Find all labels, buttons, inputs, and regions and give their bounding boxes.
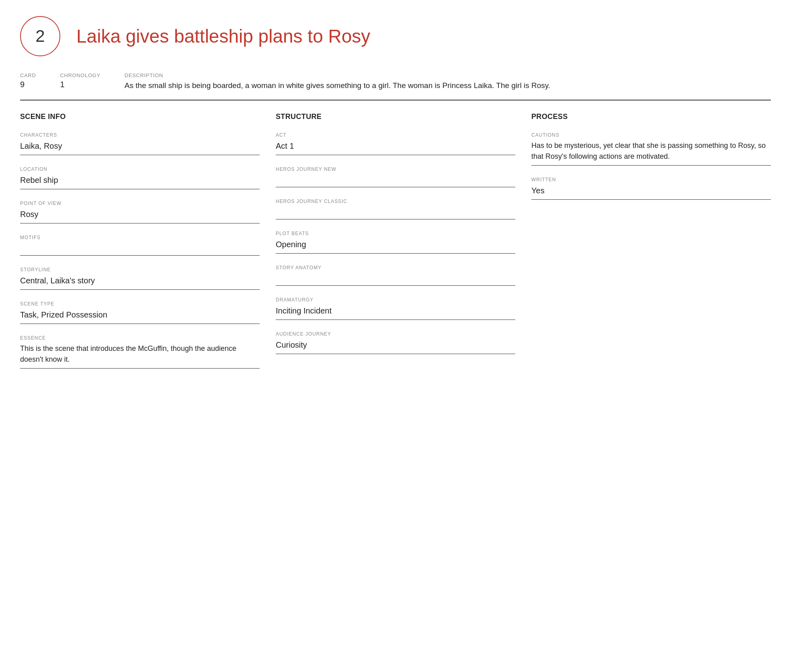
plot-beats-field: PLOT BEATS Opening bbox=[276, 231, 515, 254]
audience-journey-value: Curiosity bbox=[276, 339, 515, 354]
story-anatomy-value bbox=[276, 273, 515, 286]
written-field: WRITTEN Yes bbox=[531, 177, 771, 200]
dramaturgy-label: DRAMATURGY bbox=[276, 297, 515, 303]
dramaturgy-value: Inciting Incident bbox=[276, 305, 515, 320]
chronology-col: CHRONOLOGY 1 bbox=[60, 72, 100, 89]
act-label: ACT bbox=[276, 132, 515, 138]
heros-journey-classic-value bbox=[276, 207, 515, 219]
description-label: DESCRIPTION bbox=[125, 72, 771, 78]
description-col: DESCRIPTION As the small ship is being b… bbox=[125, 72, 771, 92]
story-anatomy-label: STORY ANATOMY bbox=[276, 265, 515, 270]
main-columns: SCENE INFO CHARACTERS Laika, Rosy LOCATI… bbox=[20, 113, 771, 380]
heros-journey-classic-label: HEROS JOURNEY CLASSIC bbox=[276, 199, 515, 204]
card-col: CARD 9 bbox=[20, 72, 36, 89]
essence-field: ESSENCE This is the scene that introduce… bbox=[20, 335, 260, 369]
essence-value: This is the scene that introduces the Mc… bbox=[20, 343, 260, 369]
written-value: Yes bbox=[531, 185, 771, 200]
dramaturgy-field: DRAMATURGY Inciting Incident bbox=[276, 297, 515, 320]
act-value: Act 1 bbox=[276, 140, 515, 155]
storyline-field: STORYLINE Central, Laika's story bbox=[20, 267, 260, 290]
scene-number: 2 bbox=[35, 27, 45, 46]
scene-info-title: SCENE INFO bbox=[20, 113, 260, 121]
cautions-value: Has to be mysterious, yet clear that she… bbox=[531, 140, 771, 166]
characters-field: CHARACTERS Laika, Rosy bbox=[20, 132, 260, 155]
scene-number-circle: 2 bbox=[20, 16, 60, 56]
location-field: LOCATION Rebel ship bbox=[20, 166, 260, 189]
storyline-value: Central, Laika's story bbox=[20, 275, 260, 290]
characters-value: Laika, Rosy bbox=[20, 140, 260, 155]
plot-beats-value: Opening bbox=[276, 239, 515, 254]
pov-label: POINT OF VIEW bbox=[20, 201, 260, 206]
cautions-field: CAUTIONS Has to be mysterious, yet clear… bbox=[531, 132, 771, 166]
card-value: 9 bbox=[20, 80, 36, 89]
scene-type-label: SCENE TYPE bbox=[20, 301, 260, 307]
description-value: As the small ship is being boarded, a wo… bbox=[125, 80, 771, 92]
scene-type-value: Task, Prized Possession bbox=[20, 309, 260, 324]
process-title: PROCESS bbox=[531, 113, 771, 121]
heros-journey-new-label: HEROS JOURNEY NEW bbox=[276, 166, 515, 172]
pov-value: Rosy bbox=[20, 209, 260, 223]
heros-journey-classic-field: HEROS JOURNEY CLASSIC bbox=[276, 199, 515, 219]
scene-title: Laika gives battleship plans to Rosy bbox=[76, 25, 370, 47]
page-header: 2 Laika gives battleship plans to Rosy bbox=[20, 16, 771, 56]
story-anatomy-field: STORY ANATOMY bbox=[276, 265, 515, 286]
audience-journey-label: AUDIENCE JOURNEY bbox=[276, 331, 515, 337]
structure-column: STRUCTURE ACT Act 1 HEROS JOURNEY NEW HE… bbox=[276, 113, 531, 380]
chronology-value: 1 bbox=[60, 80, 100, 89]
cautions-label: CAUTIONS bbox=[531, 132, 771, 138]
pov-field: POINT OF VIEW Rosy bbox=[20, 201, 260, 223]
scene-info-column: SCENE INFO CHARACTERS Laika, Rosy LOCATI… bbox=[20, 113, 276, 380]
main-divider bbox=[20, 100, 771, 100]
motifs-value bbox=[20, 243, 260, 256]
process-column: PROCESS CAUTIONS Has to be mysterious, y… bbox=[531, 113, 771, 380]
location-value: Rebel ship bbox=[20, 174, 260, 189]
plot-beats-label: PLOT BEATS bbox=[276, 231, 515, 236]
characters-label: CHARACTERS bbox=[20, 132, 260, 138]
motifs-label: MOTIFS bbox=[20, 235, 260, 240]
location-label: LOCATION bbox=[20, 166, 260, 172]
act-field: ACT Act 1 bbox=[276, 132, 515, 155]
written-label: WRITTEN bbox=[531, 177, 771, 182]
chronology-label: CHRONOLOGY bbox=[60, 72, 100, 78]
essence-label: ESSENCE bbox=[20, 335, 260, 341]
card-info-row: CARD 9 CHRONOLOGY 1 DESCRIPTION As the s… bbox=[20, 72, 771, 92]
audience-journey-field: AUDIENCE JOURNEY Curiosity bbox=[276, 331, 515, 354]
heros-journey-new-value bbox=[276, 174, 515, 187]
structure-title: STRUCTURE bbox=[276, 113, 515, 121]
scene-type-field: SCENE TYPE Task, Prized Possession bbox=[20, 301, 260, 324]
heros-journey-new-field: HEROS JOURNEY NEW bbox=[276, 166, 515, 187]
storyline-label: STORYLINE bbox=[20, 267, 260, 272]
motifs-field: MOTIFS bbox=[20, 235, 260, 256]
card-label: CARD bbox=[20, 72, 36, 78]
